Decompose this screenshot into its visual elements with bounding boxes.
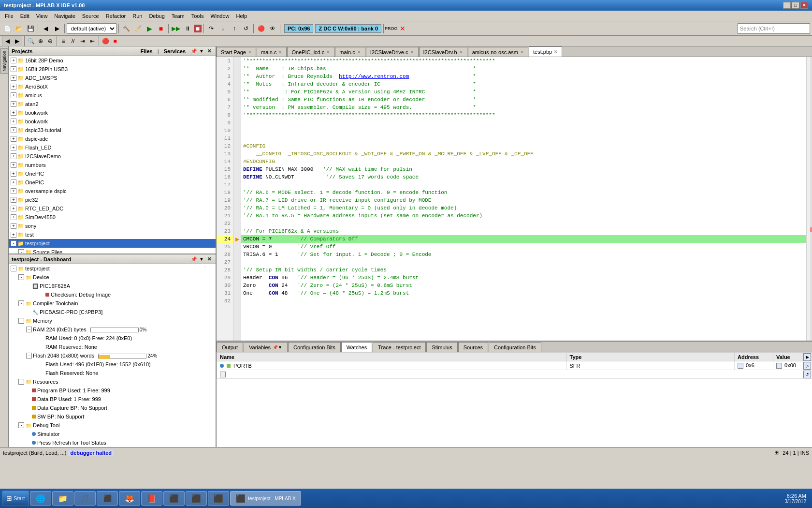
tab-close-icon[interactable]: ✕ (326, 50, 330, 55)
expand-icon[interactable]: + (11, 223, 16, 229)
et-search[interactable]: 🔍 (27, 37, 35, 45)
code-line[interactable] (241, 258, 806, 266)
dash-icon-menu[interactable]: ▼ (198, 256, 205, 263)
var-icon2[interactable]: ▼ (278, 345, 282, 350)
bottom-tab-0[interactable]: Output (217, 342, 243, 352)
menu-navigate[interactable]: Navigate (51, 12, 78, 20)
editor-tab-OnePIC_lcd_c[interactable]: OnePIC_lcd.c✕ (287, 47, 334, 57)
menu-tools[interactable]: Tools (188, 12, 207, 20)
dash-tree-item[interactable]: RAM Used: 0 (0x0) Free: 224 (0xE0) (9, 334, 216, 343)
tree-item[interactable]: +📁SimDev4550 (9, 213, 216, 222)
code-line[interactable]: __CONFIG _INTOSC_OSC_NOCLKOUT & _WDT_OFF… (241, 150, 806, 158)
debug-pause-button[interactable]: ⏸ (182, 23, 193, 34)
et-btn6[interactable]: ⇤ (88, 37, 97, 45)
code-content[interactable]: '***************************************… (241, 57, 806, 341)
tree-item[interactable]: -📁Source Files (9, 248, 216, 254)
et-bkpt[interactable]: 🔴 (101, 37, 110, 45)
tree-item[interactable]: +📁ADC_1MSPS (9, 74, 216, 82)
code-line[interactable]: CMCON = 7 '// Comparators Off (241, 235, 806, 243)
tab-close-icon[interactable]: ✕ (459, 50, 463, 55)
taskbar-app4[interactable]: ⬛ (208, 491, 229, 506)
tree-item[interactable]: +📁atan2 (9, 100, 216, 108)
dash-tree-item[interactable]: -📁Device (9, 273, 216, 282)
tree-item[interactable]: +📁AeroBotX (9, 82, 216, 91)
code-line[interactable]: #CONFIG (241, 142, 806, 150)
tree-item[interactable]: +📁16bit 28P Demo (9, 56, 216, 65)
editor-tab-main_c[interactable]: main.c✕ (257, 47, 287, 57)
code-line[interactable] (241, 220, 806, 227)
expand-icon[interactable]: + (11, 179, 16, 185)
menu-view[interactable]: View (33, 12, 51, 20)
expand-icon[interactable]: + (11, 136, 16, 142)
expand-icon[interactable]: + (11, 145, 16, 150)
menu-refactor[interactable]: Refactor (103, 12, 129, 20)
menu-window[interactable]: Window (207, 12, 232, 20)
editor-tab-amicus-no-osc_asm[interactable]: amicus-no-osc.asm✕ (468, 47, 528, 57)
stop-button[interactable]: ■ (156, 23, 166, 34)
dash-tree-item[interactable]: Checksum: Debug Image (9, 290, 216, 299)
new-watch-row[interactable] (217, 370, 812, 379)
dash-tree-item[interactable]: -📁Memory (9, 316, 216, 325)
run-button[interactable]: ▶ (144, 23, 155, 34)
panel-icon-menu[interactable]: ▼ (198, 48, 205, 55)
expand-icon[interactable]: + (11, 206, 16, 211)
debug-stop-button[interactable]: ■ (194, 25, 202, 32)
dash-tree-item[interactable]: Flash Reserved: None (9, 369, 216, 377)
code-line[interactable]: '* version : PM assembler. Compile size … (241, 104, 806, 111)
expand-icon[interactable]: + (11, 101, 16, 107)
taskbar-firefox[interactable]: 🦊 (119, 491, 140, 506)
clean-button[interactable]: 🧹 (132, 23, 143, 34)
tree-item[interactable]: -📁testproject (9, 239, 216, 248)
code-line[interactable]: One CON 48 '// One = (48 * 25uS) = 1.2mS… (241, 289, 806, 297)
back-button[interactable]: ◀ (40, 23, 51, 34)
dash-tree-item[interactable]: Simulator (9, 430, 216, 438)
taskbar-mediaplayer[interactable]: 🎵 (74, 491, 96, 506)
taskbar-ie[interactable]: 🌐 (30, 491, 51, 506)
taskbar-explorer[interactable]: 📁 (52, 491, 73, 506)
code-line[interactable] (241, 181, 806, 189)
code-line[interactable]: Header CON 96 '// Header = (96 * 25uS) =… (241, 274, 806, 282)
editor-tab-I2CSlaveDrv_h[interactable]: I2CSlaveDrv.h✕ (419, 47, 467, 57)
et-btn1[interactable]: ◀ (3, 37, 12, 45)
tree-item[interactable]: +📁sony (9, 222, 216, 230)
menu-run[interactable]: Run (130, 12, 145, 20)
tree-item[interactable]: +📁oversample dspic (9, 187, 216, 195)
code-line[interactable]: '// RA.6 = MODE select. 1 = decode funct… (241, 189, 806, 196)
code-line[interactable]: DEFINE NO_CLRWDT '// Saves 17 words code… (241, 173, 806, 181)
watch-row[interactable]: PORTB SFR 0x6 0x00 (217, 361, 812, 370)
menu-debug[interactable]: Debug (146, 12, 167, 20)
expand-icon[interactable]: + (11, 58, 16, 63)
code-line[interactable]: VRCON = 0 '// Vref Off (241, 243, 806, 251)
code-line[interactable]: '// Setup IR bit widths / carrier cycle … (241, 266, 806, 274)
tree-item[interactable]: +📁OnePIC (9, 169, 216, 178)
var-icon1[interactable]: 📌 (273, 345, 278, 350)
dash-tree-item[interactable]: -📁Debug Tool (9, 421, 216, 430)
watch-button[interactable]: 👁 (267, 23, 278, 34)
minimize-button[interactable]: _ (783, 2, 791, 9)
prog-button2[interactable]: ✕ (397, 23, 408, 34)
watch-action-btn3[interactable]: ↺ (803, 371, 811, 378)
expand-icon[interactable]: - (26, 327, 32, 332)
dash-tree-item[interactable]: Flash Used: 496 (0x1F0) Free: 1552 (0x61… (9, 360, 216, 369)
et-btn5[interactable]: ⇥ (78, 37, 87, 45)
code-line[interactable]: '// RA.0 = LM Latched = 1, Momentary = 0… (241, 204, 806, 212)
open-button[interactable]: 📂 (14, 23, 24, 34)
expand-icon[interactable]: - (26, 353, 32, 359)
start-button[interactable]: ⊞ Start (2, 491, 29, 506)
expand-icon[interactable]: + (11, 75, 16, 81)
tree-item[interactable]: +📁RTC_LED_ADC (9, 204, 216, 213)
step-over-button[interactable]: ↷ (206, 23, 217, 34)
taskbar-app1[interactable]: ⬛ (97, 491, 118, 506)
et-btn2[interactable]: ▶ (13, 37, 21, 45)
menu-edit[interactable]: Edit (17, 12, 32, 20)
code-line[interactable]: '***************************************… (241, 57, 806, 65)
et-btn3[interactable]: ⊕ (36, 37, 45, 45)
tree-item[interactable]: +📁pic32 (9, 195, 216, 204)
step-into-button[interactable]: ↓ (218, 23, 228, 34)
nav-tab-navigation[interactable]: Navigation (0, 48, 8, 74)
expand-icon[interactable]: - (18, 300, 24, 306)
code-line[interactable]: '// RA.7 = LED drive or IR receive input… (241, 196, 806, 204)
tree-item[interactable]: +📁dspic-adc (9, 134, 216, 143)
editor-tab-I2CSlaveDrive_c[interactable]: I2CSlaveDrive.c✕ (366, 47, 419, 57)
code-line[interactable]: '* : For PIC16F62x & A version using 4MH… (241, 88, 806, 96)
